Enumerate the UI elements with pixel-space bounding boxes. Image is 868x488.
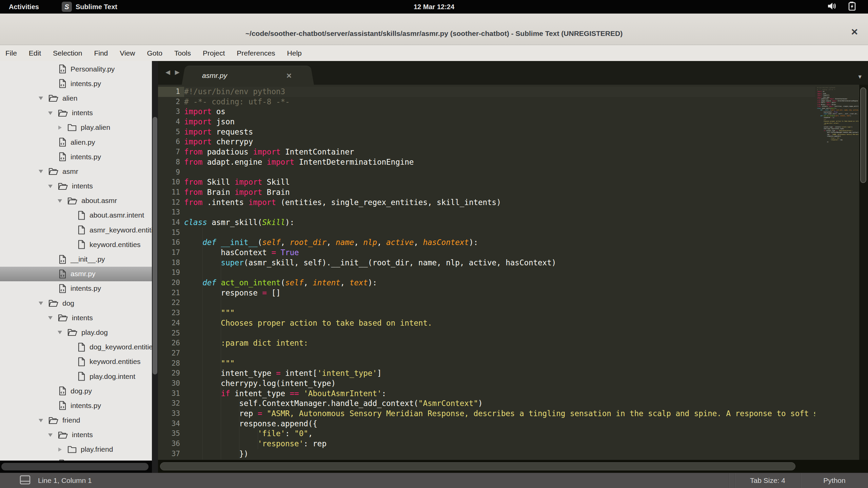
editor-surface[interactable]: 1#!/usr/bin/env python32# -*- coding: ut… <box>158 85 868 460</box>
tree-item-dog-keyword-entities[interactable]: dog_keyword.entities <box>0 340 152 354</box>
expand-arrow-open-icon[interactable] <box>47 432 58 438</box>
code-line-4[interactable]: 4import json <box>158 117 868 127</box>
sidebar-horizontal-scrollbar[interactable] <box>0 461 152 473</box>
tree-item-play-dog-intent[interactable]: play.dog.intent <box>0 369 152 384</box>
tree-item-play-friend[interactable]: play.friend <box>0 442 152 457</box>
tree-item-intents-py[interactable]: intents.py <box>0 149 152 164</box>
code-line-27[interactable]: 27 <box>158 348 868 359</box>
menu-tools[interactable]: Tools <box>174 49 191 57</box>
code-line-6[interactable]: 6import cherrypy <box>158 137 868 147</box>
tree-item-alien-py[interactable]: alien.py <box>0 135 152 149</box>
editor-horizontal-scrollbar[interactable] <box>158 460 868 473</box>
sidebar-vertical-scrollbar-thumb[interactable] <box>153 117 157 374</box>
tab-overflow-icon[interactable]: ▼ <box>857 74 863 80</box>
tree-item-about-asmr-intent[interactable]: about.asmr.intent <box>0 208 152 223</box>
tree-item-intents-py[interactable]: intents.py <box>0 398 152 413</box>
tree-item-play-dog[interactable]: play.dog <box>0 325 152 340</box>
code-line-13[interactable]: 13 <box>158 207 868 218</box>
code-line-15[interactable]: 15 <box>158 228 868 238</box>
expand-arrow-open-icon[interactable] <box>38 169 48 174</box>
tree-item-intents[interactable]: intents <box>0 310 152 325</box>
menu-edit[interactable]: Edit <box>29 49 41 57</box>
menu-selection[interactable]: Selection <box>53 49 82 57</box>
code-line-18[interactable]: 18 super(asmr_skill, self).__init__(root… <box>158 258 868 268</box>
code-line-8[interactable]: 8from adapt.engine import IntentDetermin… <box>158 157 868 167</box>
expand-arrow-open-icon[interactable] <box>38 418 48 423</box>
tree-item-dog-py[interactable]: dog.py <box>0 384 152 398</box>
code-line-11[interactable]: 11from Brain import Brain <box>158 187 868 198</box>
code-line-34[interactable]: 34 response.append({ <box>158 419 868 429</box>
menu-file[interactable]: File <box>5 49 17 57</box>
sidebar-vertical-scrollbar[interactable] <box>152 61 158 473</box>
tab-asmr-py[interactable]: asmr.py × <box>189 66 307 85</box>
tree-item-intents-py[interactable]: intents.py <box>0 76 152 91</box>
editor-horizontal-scrollbar-thumb[interactable] <box>160 462 795 470</box>
system-tray[interactable] <box>827 0 858 14</box>
code-line-3[interactable]: 3import os <box>158 107 868 117</box>
code-line-23[interactable]: 23 """ <box>158 308 868 318</box>
tree-item-intents[interactable]: intents <box>0 179 152 194</box>
code-line-22[interactable]: 22 <box>158 298 868 308</box>
code-line-24[interactable]: 24 Chooses proper action to take based o… <box>158 318 868 328</box>
code-line-9[interactable]: 9 <box>158 167 868 178</box>
tree-item-intents-py[interactable]: intents.py <box>0 281 152 296</box>
menu-project[interactable]: Project <box>203 49 225 57</box>
tree-item-personality-py[interactable]: Personality.py <box>0 62 152 76</box>
editor-vertical-scrollbar-thumb[interactable] <box>860 87 866 183</box>
editor-vertical-scrollbar[interactable] <box>859 85 868 460</box>
sidebar-toggle-icon[interactable] <box>20 475 31 486</box>
tab-close-icon[interactable]: × <box>287 71 292 80</box>
code-line-35[interactable]: 35 'file': "0", <box>158 429 868 439</box>
tree-item--init-py[interactable]: __init__.py <box>0 252 152 266</box>
tree-item-friend-py[interactable]: friend.py <box>0 457 152 461</box>
expand-arrow-open-icon[interactable] <box>38 96 48 101</box>
code-line-21[interactable]: 21 response = [] <box>158 288 868 298</box>
code-line-10[interactable]: 10from Skill import Skill <box>158 177 868 187</box>
code-line-31[interactable]: 31 if intent_type == 'AboutAsmrIntent': <box>158 389 868 399</box>
code-line-19[interactable]: 19 <box>158 268 868 278</box>
tree-item-friend[interactable]: friend <box>0 413 152 428</box>
tree-item-keyword-entities[interactable]: keyword.entities <box>0 237 152 252</box>
tree-item-keyword-entities[interactable]: keyword.entities <box>0 354 152 369</box>
tree-item-intents[interactable]: intents <box>0 106 152 120</box>
menu-find[interactable]: Find <box>94 49 108 57</box>
minimap[interactable]: #!/usr/bin/env python3# -*- coding: utf-… <box>815 85 859 460</box>
tab-history-back-icon[interactable]: ◀ <box>165 68 170 76</box>
window-close-button[interactable]: × <box>851 26 858 37</box>
code-line-14[interactable]: 14class asmr_skill(Skill): <box>158 218 868 228</box>
expand-arrow-open-icon[interactable] <box>47 315 58 320</box>
menu-help[interactable]: Help <box>287 49 302 57</box>
code-line-16[interactable]: 16 def __init__(self, root_dir, name, nl… <box>158 238 868 248</box>
tree-item-play-alien[interactable]: play.alien <box>0 120 152 135</box>
expand-arrow-closed-icon[interactable] <box>57 447 67 452</box>
code-line-12[interactable]: 12from .intents import (entities, single… <box>158 198 868 208</box>
window-title-bar[interactable]: ~/code/soother-chatbot/server/assistant/… <box>0 14 868 45</box>
code-line-29[interactable]: 29 intent_type = intent['intent_type'] <box>158 368 868 379</box>
expand-arrow-open-icon[interactable] <box>57 330 67 335</box>
code-line-17[interactable]: 17 hasContext = True <box>158 248 868 258</box>
tree-item-dog[interactable]: dog <box>0 296 152 310</box>
file-tree[interactable]: Personality.pyintents.pyalienintentsplay… <box>0 61 152 461</box>
sidebar-horizontal-scrollbar-thumb[interactable] <box>1 463 149 470</box>
expand-arrow-open-icon[interactable] <box>47 110 58 116</box>
expand-arrow-open-icon[interactable] <box>38 301 48 306</box>
code-line-7[interactable]: 7from padatious import IntentContainer <box>158 147 868 157</box>
menu-view[interactable]: View <box>120 49 135 57</box>
code-line-20[interactable]: 20 def act_on_intent(self, intent, text)… <box>158 278 868 288</box>
code-line-5[interactable]: 5import requests <box>158 127 868 137</box>
expand-arrow-closed-icon[interactable] <box>57 125 67 130</box>
tree-item-alien[interactable]: alien <box>0 91 152 105</box>
tree-item-asmr[interactable]: asmr <box>0 164 152 179</box>
code-line-1[interactable]: 1#!/usr/bin/env python3 <box>158 87 868 97</box>
code-line-30[interactable]: 30 cherrypy.log(intent_type) <box>158 379 868 389</box>
tree-item-asmr-keyword-entities[interactable]: asmr_keyword.entities <box>0 223 152 237</box>
code-line-28[interactable]: 28 """ <box>158 359 868 369</box>
code-line-37[interactable]: 37 }) <box>158 449 868 459</box>
menu-goto[interactable]: Goto <box>147 49 162 57</box>
tree-item-about-asmr[interactable]: about.asmr <box>0 194 152 208</box>
tab-history-forward-icon[interactable]: ▶ <box>175 68 180 76</box>
expand-arrow-open-icon[interactable] <box>57 198 67 203</box>
code-line-33[interactable]: 33 rep = "ASMR, Autonomous Sensory Merid… <box>158 409 868 419</box>
code-line-2[interactable]: 2# -*- coding: utf-8 -*- <box>158 97 868 107</box>
code-line-36[interactable]: 36 'response': rep <box>158 439 868 449</box>
